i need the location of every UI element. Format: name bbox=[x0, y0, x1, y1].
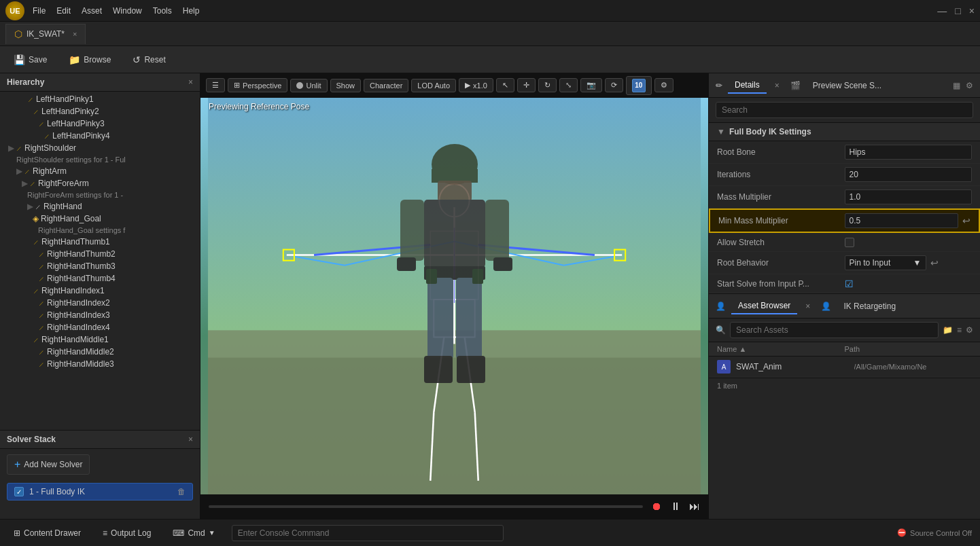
min-mass-multiplier-reset-button[interactable]: ↩ bbox=[962, 215, 970, 226]
close-button[interactable]: × bbox=[969, 5, 975, 16]
console-input[interactable] bbox=[232, 525, 504, 541]
details-settings-icon[interactable]: ⚙ bbox=[966, 81, 973, 90]
menu-file[interactable]: File bbox=[33, 6, 46, 16]
allow-stretch-checkbox[interactable] bbox=[845, 238, 854, 247]
menu-tools[interactable]: Tools bbox=[153, 6, 172, 16]
tree-item[interactable]: ▶⟋RightArm bbox=[0, 165, 200, 177]
menu-asset[interactable]: Asset bbox=[82, 6, 102, 16]
lod-button[interactable]: LOD Auto bbox=[411, 79, 456, 92]
select-tool[interactable]: ↖ bbox=[496, 78, 514, 92]
svg-rect-36 bbox=[472, 269, 483, 284]
asset-browser-tab[interactable]: Asset Browser bbox=[731, 298, 797, 314]
min-mass-multiplier-input[interactable] bbox=[845, 213, 959, 228]
save-button[interactable]: 💾 Save bbox=[8, 52, 52, 68]
move-tool[interactable]: ✛ bbox=[517, 78, 536, 92]
content-drawer-button[interactable]: ⊞ Content Drawer bbox=[8, 526, 86, 541]
cmd-button[interactable]: ⌨ Cmd ▼ bbox=[167, 526, 220, 541]
tree-item[interactable]: ⟋RightHandThumb2 bbox=[0, 248, 200, 260]
transform-button[interactable]: ⟳ bbox=[605, 78, 623, 92]
details-section-header[interactable]: ▼ Full Body IK Settings bbox=[709, 123, 980, 141]
tree-item[interactable]: ◈RightHand_Goal bbox=[0, 213, 200, 225]
play-button[interactable]: ▶ x1.0 bbox=[459, 78, 493, 92]
tree-item[interactable]: ⟋RightHandIndex4 bbox=[0, 321, 200, 333]
asset-settings-button[interactable]: ⚙ bbox=[966, 325, 973, 335]
tree-item[interactable]: ⟋RightHandIndex2 bbox=[0, 297, 200, 309]
tree-item[interactable]: ⟋RightHandThumb1 bbox=[0, 236, 200, 248]
tree-item[interactable]: ▶⟋RightHand bbox=[0, 200, 200, 213]
camera-button[interactable]: 📷 bbox=[580, 78, 602, 92]
details-close-button[interactable]: × bbox=[775, 81, 780, 90]
tree-item[interactable]: ⟋RightHandIndex1 bbox=[0, 285, 200, 297]
asset-folder-button[interactable]: 📁 bbox=[943, 325, 953, 335]
root-behavior-dropdown[interactable]: Pin to Input ▼ bbox=[845, 255, 926, 270]
tree-item[interactable]: ▶⟋RightForeArm bbox=[0, 177, 200, 189]
solver-stack-close-button[interactable]: × bbox=[188, 435, 193, 444]
grid-view-icon[interactable]: ▦ bbox=[953, 81, 960, 90]
asset-search-input[interactable] bbox=[730, 322, 939, 338]
solver-checkbox[interactable]: ✓ bbox=[14, 487, 24, 496]
hierarchy-tree[interactable]: ⟋LeftHandPinky1 ⟋LeftHandPinky2 ⟋LeftHan… bbox=[0, 92, 200, 430]
hierarchy-close-button[interactable]: × bbox=[188, 77, 193, 87]
tree-item[interactable]: ⟋RightHandThumb4 bbox=[0, 272, 200, 285]
solver-stack-header: Solver Stack × bbox=[0, 431, 200, 449]
section-title: Full Body IK Settings bbox=[729, 127, 811, 136]
tree-item[interactable]: ⟋LeftHandPinky2 bbox=[0, 105, 200, 117]
browse-button[interactable]: 📁 Browse bbox=[63, 52, 116, 68]
add-new-solver-button[interactable]: + Add New Solver bbox=[7, 454, 90, 475]
root-behavior-reset-button[interactable]: ↩ bbox=[930, 257, 939, 268]
unlit-button[interactable]: Unlit bbox=[290, 79, 327, 92]
camera-icon: 📷 bbox=[587, 81, 596, 90]
add-solver-label: Add New Solver bbox=[24, 460, 82, 469]
tree-item[interactable]: ⟋RightHandMiddle1 bbox=[0, 333, 200, 346]
scale-tool[interactable]: ⤡ bbox=[559, 78, 578, 92]
character-button[interactable]: Character bbox=[364, 79, 408, 92]
tree-item[interactable]: RightShoulder settings for 1 - Ful bbox=[0, 154, 200, 165]
tree-item[interactable]: ⟋LeftHandPinky4 bbox=[0, 130, 200, 142]
preview-scene-tab[interactable]: Preview Scene S... bbox=[806, 78, 888, 93]
output-log-button[interactable]: ≡ Output Log bbox=[97, 526, 156, 541]
source-control-button[interactable]: ⛔ Source Control Off bbox=[897, 528, 972, 537]
details-tab[interactable]: Details bbox=[728, 77, 767, 94]
ik-retargeting-tab[interactable]: IK Retargeting bbox=[837, 299, 903, 314]
rotate-tool[interactable]: ↻ bbox=[538, 78, 557, 92]
iterations-input[interactable] bbox=[845, 167, 973, 182]
tree-item[interactable]: RightHand_Goal settings f bbox=[0, 225, 200, 236]
start-solve-checkbox[interactable]: ☑ bbox=[845, 278, 854, 289]
tree-item[interactable]: ⟋RightHandThumb3 bbox=[0, 260, 200, 272]
tree-item[interactable]: ⟋RightHandMiddle3 bbox=[0, 358, 200, 370]
mass-multiplier-input[interactable] bbox=[845, 189, 973, 204]
maximize-button[interactable]: □ bbox=[955, 5, 960, 16]
tree-item[interactable]: ⟋RightHandMiddle2 bbox=[0, 346, 200, 358]
timeline-scrubber[interactable] bbox=[209, 505, 643, 508]
viewport-menu-button[interactable]: ☰ bbox=[206, 78, 225, 92]
tree-item[interactable]: ⟋LeftHandPinky1 bbox=[0, 93, 200, 105]
perspective-button[interactable]: ⊞ Perspective bbox=[228, 78, 287, 92]
viewport-scene[interactable] bbox=[200, 98, 708, 494]
forward-button[interactable]: ⏭ bbox=[689, 500, 700, 513]
perspective-icon: ⊞ bbox=[234, 81, 240, 90]
tree-item[interactable]: RightForeArm settings for 1 - bbox=[0, 189, 200, 200]
details-search-input[interactable] bbox=[716, 102, 973, 118]
tree-item[interactable]: ⟋RightHandIndex3 bbox=[0, 309, 200, 321]
asset-row[interactable]: A SWAT_Anim /All/Game/Mixamo/Ne bbox=[709, 357, 980, 378]
solver-item[interactable]: ✓ 1 - Full Body IK 🗑 bbox=[7, 483, 193, 500]
record-button[interactable]: ⏺ bbox=[651, 500, 662, 513]
menu-help[interactable]: Help bbox=[183, 6, 200, 16]
tree-item[interactable]: ⟋LeftHandPinky3 bbox=[0, 117, 200, 130]
bone-label: RightHandThumb2 bbox=[47, 249, 116, 259]
show-button[interactable]: Show bbox=[330, 79, 362, 92]
grid-view-button[interactable]: 10 bbox=[626, 76, 652, 95]
menu-window[interactable]: Window bbox=[113, 6, 142, 16]
tree-item[interactable]: ▶⟋RightShoulder bbox=[0, 142, 200, 154]
viewport-settings-button[interactable]: ⚙ bbox=[654, 78, 673, 92]
tab-close-button[interactable]: × bbox=[73, 30, 77, 38]
solver-delete-button[interactable]: 🗑 bbox=[177, 487, 186, 496]
asset-filter-button[interactable]: ≡ bbox=[957, 325, 962, 335]
reset-button[interactable]: ↺ Reset bbox=[127, 52, 171, 68]
pause-button[interactable]: ⏸ bbox=[670, 500, 681, 513]
asset-tab[interactable]: ⬡ IK_SWAT* × bbox=[5, 24, 86, 44]
menu-edit[interactable]: Edit bbox=[56, 6, 71, 16]
root-bone-input[interactable] bbox=[845, 145, 973, 160]
asset-browser-close-button[interactable]: × bbox=[805, 302, 810, 311]
minimize-button[interactable]: — bbox=[937, 5, 947, 16]
